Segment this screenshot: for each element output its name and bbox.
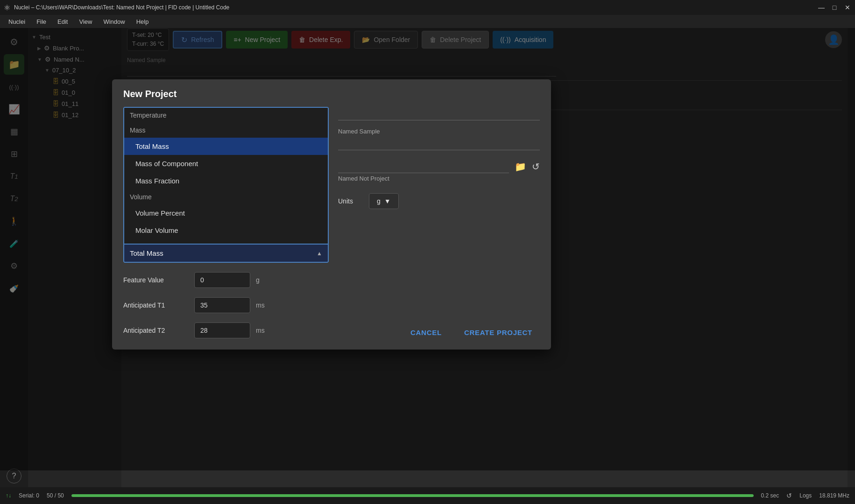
dialog-left: Temperature Mass Total Mass Mass of Comp… [123, 107, 329, 340]
form-row-1 [338, 107, 540, 120]
new-project-dialog: New Project Temperature Mass Total Mass … [112, 79, 551, 350]
feature-value-row: Feature Value g [123, 272, 329, 288]
menu-edit[interactable]: Edit [53, 17, 72, 26]
time-label: 0.2 sec [761, 492, 779, 499]
form-row-project: 📁 ↺ Named Not Project [338, 158, 540, 182]
title-bar-controls: — □ ✕ [818, 4, 851, 11]
menu-view[interactable]: View [74, 17, 97, 26]
menu-bar: Nuclei File Edit View Window Help [0, 15, 855, 28]
feature-value-input[interactable] [194, 272, 250, 288]
app-logo: ⚛ [4, 3, 10, 12]
maximize-button[interactable]: □ [831, 4, 838, 11]
freq-label: 18.819 MHz [819, 492, 849, 499]
menu-window[interactable]: Window [99, 17, 129, 26]
dropdown-selected-bar[interactable]: Total Mass ▲ [124, 244, 328, 262]
dropdown-group-mass: Mass [124, 123, 328, 138]
progress-label: 50 / 50 [47, 492, 64, 499]
dropdown-group-volume: Volume [124, 189, 328, 204]
logs-label: Logs [799, 492, 812, 499]
progress-bar [71, 494, 754, 497]
serial-label: Serial: 0 [19, 492, 39, 499]
anticipated-t1-unit: ms [256, 301, 265, 309]
project-form-label: Named Not Project [338, 175, 540, 182]
cancel-button[interactable]: CANCEL [403, 325, 449, 340]
dropdown-group-temperature: Temperature [124, 108, 328, 123]
arrows-icon: ↑↓ [6, 492, 11, 499]
chevron-up-icon: ▲ [317, 250, 322, 257]
logs-icon: ↺ [786, 492, 792, 499]
dialog-actions: CANCEL CREATE PROJECT [338, 317, 540, 340]
title-bar: ⚛ Nuclei – C:\Users\WAR\Downloads\Test: … [0, 0, 855, 15]
chevron-down-icon: ▼ [384, 197, 391, 205]
anticipated-t1-row: Anticipated T1 ms [123, 297, 329, 313]
title-bar-left: ⚛ Nuclei – C:\Users\WAR\Downloads\Test: … [4, 3, 229, 12]
help-icon[interactable]: ? [7, 469, 21, 483]
history-browse-icon[interactable]: ↺ [532, 161, 540, 172]
main-layout: ⚙ 📁 ((·)) 📈 ▦ ⊞ T1 T2 🚶 🧪 ⚙ 🍼 ? ▼ Test ▶… [0, 28, 855, 487]
progress-bar-fill [71, 494, 754, 497]
menu-file[interactable]: File [32, 17, 51, 26]
sample-form-input[interactable] [338, 137, 540, 150]
dropdown-selected-label: Total Mass [130, 249, 163, 257]
anticipated-t1-label: Anticipated T1 [123, 301, 189, 309]
form-spacer [338, 217, 540, 310]
minimize-button[interactable]: — [818, 4, 825, 11]
form-row-project-inline: 📁 ↺ [338, 160, 540, 173]
form-row-sample: Named Sample [338, 128, 540, 150]
anticipated-t2-unit: ms [256, 327, 265, 334]
dialog-right: Named Sample 📁 ↺ Named Not Project Units [338, 107, 540, 340]
anticipated-t2-input[interactable] [194, 322, 250, 338]
close-button[interactable]: ✕ [844, 4, 851, 11]
dropdown-item-total-mass[interactable]: Total Mass [124, 138, 328, 155]
create-project-button[interactable]: CREATE PROJECT [457, 325, 540, 340]
dropdown-item-mass-of-component[interactable]: Mass of Component [124, 155, 328, 172]
units-label: Units [338, 197, 361, 205]
menu-help[interactable]: Help [132, 17, 154, 26]
project-form-input[interactable] [338, 160, 509, 173]
feature-value-unit: g [256, 276, 260, 284]
feature-value-label: Feature Value [123, 276, 189, 284]
units-value: g [377, 197, 381, 205]
dropdown-item-mass-fraction[interactable]: Mass Fraction [124, 172, 328, 189]
dropdown-item-volume-percent[interactable]: Volume Percent [124, 204, 328, 222]
anticipated-t2-label: Anticipated T2 [123, 327, 189, 334]
folder-browse-icon[interactable]: 📁 [515, 161, 526, 172]
dropdown-container: Temperature Mass Total Mass Mass of Comp… [123, 107, 329, 263]
dialog-title: New Project [123, 89, 540, 99]
units-row: Units g ▼ [338, 193, 540, 209]
units-select[interactable]: g ▼ [369, 193, 399, 209]
dropdown-list: Temperature Mass Total Mass Mass of Comp… [124, 108, 328, 244]
window-title: Nuclei – C:\Users\WAR\Downloads\Test: Na… [14, 4, 229, 11]
dialog-body: Temperature Mass Total Mass Mass of Comp… [123, 107, 540, 340]
sample-form-label: Named Sample [338, 128, 540, 135]
status-bar: ↑↓ Serial: 0 50 / 50 0.2 sec ↺ Logs 18.8… [0, 487, 855, 504]
menu-nuclei[interactable]: Nuclei [4, 17, 30, 26]
anticipated-t1-input[interactable] [194, 297, 250, 313]
anticipated-t2-row: Anticipated T2 ms [123, 322, 329, 338]
form-input-1[interactable] [338, 107, 540, 120]
dropdown-item-molar-volume[interactable]: Molar Volume [124, 222, 328, 239]
